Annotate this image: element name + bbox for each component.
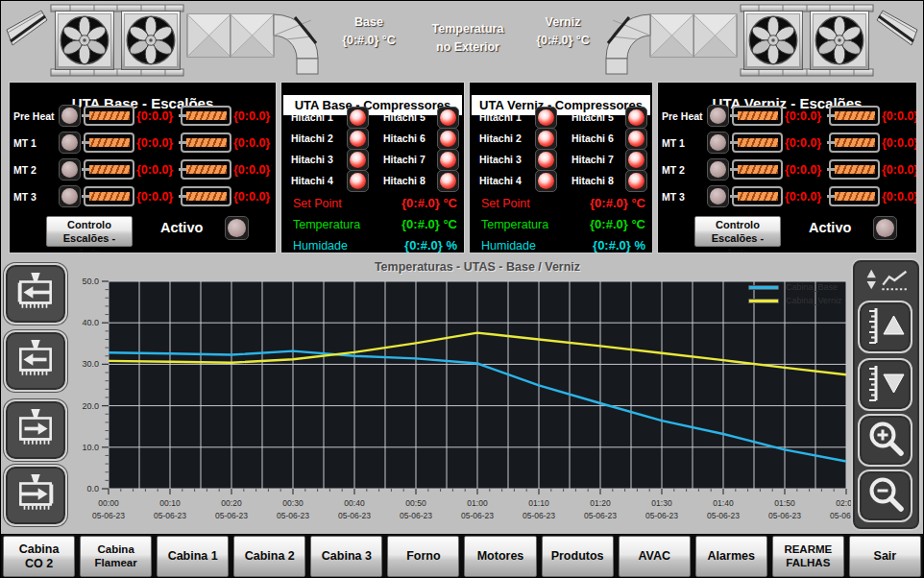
legend-item: Cabina_Verniz bbox=[748, 294, 842, 307]
compressor-row: Hitachi 4Hitachi 8 bbox=[470, 170, 652, 191]
activo-indicator bbox=[225, 216, 249, 240]
compressor-led-indicator bbox=[535, 128, 557, 150]
y-tick-label: 0.0 bbox=[86, 484, 99, 494]
escalao-value: {0:0.0} bbox=[785, 132, 828, 155]
y-scale-down-button[interactable] bbox=[858, 358, 912, 411]
nav-forno-button[interactable]: Forno bbox=[387, 536, 459, 577]
escalao-label: Pre Heat bbox=[662, 105, 706, 128]
compressor-led-indicator bbox=[347, 107, 369, 129]
nav-cabina-flamear-button[interactable]: Cabina Flamear bbox=[80, 536, 152, 577]
x-tick-time: 01:20 bbox=[590, 498, 611, 508]
escalao-value: {0:0.0} bbox=[233, 158, 277, 181]
exterior-temp-label: Temperatura no Exterior bbox=[420, 20, 516, 57]
duct-elbow-icon bbox=[606, 14, 650, 74]
reading-value: {0:#.0} % bbox=[404, 236, 457, 253]
duct-section bbox=[693, 14, 737, 57]
escalao-row: Pre Heat{0:0.0}{0:0.0} bbox=[658, 105, 916, 128]
nav-alarmes-button[interactable]: Alarmes bbox=[695, 536, 767, 577]
escalao-state-indicator bbox=[59, 185, 81, 207]
escalao-value: {0:0.0} bbox=[233, 105, 277, 128]
compressor-label: Hitachi 8 bbox=[571, 170, 624, 191]
panel-uta-base-escaloes: UTA Base - Escalões Pre Heat{0:0.0}{0:0.… bbox=[9, 82, 277, 253]
base-temp-label: Base bbox=[328, 13, 410, 32]
x-tick-time: 00:30 bbox=[282, 498, 304, 508]
nav-sair-button[interactable]: Sair bbox=[849, 536, 921, 577]
x-tick-time: 00:00 bbox=[98, 498, 119, 508]
pan-far-right-icon bbox=[13, 472, 58, 519]
duct-fans-left bbox=[3, 3, 334, 78]
escalao-label: MT 1 bbox=[13, 132, 58, 155]
nav-cabina-3-button[interactable]: Cabina 3 bbox=[310, 536, 382, 577]
x-tick-date: 05-06-23 bbox=[584, 511, 617, 520]
escalao-label: MT 2 bbox=[13, 158, 58, 181]
pan-chart-right-button[interactable] bbox=[4, 399, 67, 461]
heater-element-icon bbox=[84, 186, 134, 206]
x-tick-time: 00:20 bbox=[221, 498, 242, 508]
compressor-label: Hitachi 4 bbox=[479, 170, 532, 191]
verniz-temp-readout: Verniz {0:#.0} °C bbox=[522, 13, 604, 50]
fan-icon bbox=[743, 11, 802, 69]
nav-motores-button[interactable]: Motores bbox=[464, 536, 536, 577]
escalao-row: MT 3{0:0.0}{0:0.0} bbox=[10, 185, 276, 208]
compressor-label: Hitachi 8 bbox=[383, 170, 436, 191]
compressor-label: Hitachi 5 bbox=[571, 107, 624, 128]
zoom-out-button[interactable] bbox=[858, 470, 912, 522]
nav-produtos-button[interactable]: Produtos bbox=[542, 536, 614, 577]
x-tick-date: 05-06-23 bbox=[523, 511, 555, 520]
compressor-led-indicator bbox=[437, 149, 459, 171]
nav-cabina-2-button[interactable]: Cabina 2 bbox=[233, 536, 305, 577]
compressor-row: Hitachi 1Hitachi 5 bbox=[470, 107, 652, 128]
activo-label: Activo bbox=[809, 220, 870, 235]
controlo-escaloes-button[interactable]: Controlo Escalões - Auto bbox=[46, 216, 133, 247]
trend-scale-toolbar bbox=[851, 258, 921, 531]
y-tick-label: 20.0 bbox=[82, 401, 99, 411]
escalao-value: {0:0.0} bbox=[136, 185, 180, 208]
compressor-label: Hitachi 1 bbox=[291, 107, 344, 128]
escalao-value: {0:0.0} bbox=[785, 158, 828, 181]
nav-cabina-co-2-button[interactable]: Cabina CO 2 bbox=[3, 536, 75, 577]
duct-section bbox=[231, 14, 274, 57]
escalao-row: MT 3{0:0.0}{0:0.0} bbox=[658, 185, 916, 208]
compressor-led-indicator bbox=[625, 170, 647, 192]
y-tick-label: 10.0 bbox=[82, 443, 99, 452]
x-tick-date: 05-06-23 bbox=[461, 511, 494, 520]
compressor-led-indicator bbox=[437, 128, 459, 150]
x-tick-time: 01:10 bbox=[528, 498, 549, 508]
heater-element-icon bbox=[84, 132, 134, 153]
compressor-label: Hitachi 1 bbox=[479, 107, 532, 128]
x-tick-time: 00:40 bbox=[344, 498, 365, 508]
bottom-navbar: Cabina CO 2Cabina FlamearCabina 1Cabina … bbox=[1, 534, 923, 578]
duct-elbow-icon bbox=[274, 14, 318, 74]
heater-element-icon bbox=[181, 159, 231, 180]
escalao-row: MT 1{0:0.0}{0:0.0} bbox=[658, 132, 916, 155]
nav-rearme-falhas-button[interactable]: REARME FALHAS bbox=[772, 536, 844, 577]
y-tick-label: 50.0 bbox=[82, 277, 99, 286]
x-tick-time: 01:40 bbox=[713, 498, 734, 508]
x-tick-date: 05-06-23 bbox=[707, 511, 740, 520]
legend-label: Cabina_Verniz bbox=[786, 296, 842, 305]
y-scale-up-button[interactable] bbox=[858, 301, 912, 353]
escalao-state-indicator bbox=[707, 105, 729, 127]
reading-label: Temperatura bbox=[481, 215, 548, 234]
compressor-led-indicator bbox=[535, 107, 557, 129]
zoom-in-button[interactable] bbox=[858, 414, 912, 467]
escalao-value: {0:0.0} bbox=[136, 132, 180, 155]
reading-value: {0:#.0} °C bbox=[590, 215, 645, 234]
pan-chart-start-button[interactable] bbox=[4, 263, 67, 325]
compressor-led-indicator bbox=[347, 128, 369, 150]
panel-uta-verniz-escaloes: UTA Verniz - Escalões Pre Heat{0:0.0}{0:… bbox=[657, 82, 917, 253]
legend-item: Cabina_Base bbox=[748, 280, 842, 294]
reading-row: Humidade{0:#.0} % bbox=[281, 236, 464, 253]
x-tick-time: 01:50 bbox=[774, 498, 795, 508]
pan-chart-left-button[interactable] bbox=[4, 330, 67, 392]
y-tick-label: 30.0 bbox=[82, 359, 99, 369]
x-tick-date: 05-06-23 bbox=[338, 511, 371, 520]
pan-chart-end-button[interactable] bbox=[4, 465, 67, 526]
panel-uta-verniz-compressores: UTA Verniz - Compressores Hitachi 1Hitac… bbox=[469, 82, 653, 253]
pan-far-left-icon bbox=[13, 271, 58, 318]
chart-legend: Cabina_BaseCabina_Verniz bbox=[748, 280, 842, 307]
controlo-escaloes-button[interactable]: Controlo Escalões - Auto bbox=[694, 216, 781, 247]
escalao-row: MT 2{0:0.0}{0:0.0} bbox=[10, 158, 276, 181]
nav-cabina-1-button[interactable]: Cabina 1 bbox=[157, 536, 229, 577]
nav-avac-button[interactable]: AVAC bbox=[619, 536, 691, 577]
